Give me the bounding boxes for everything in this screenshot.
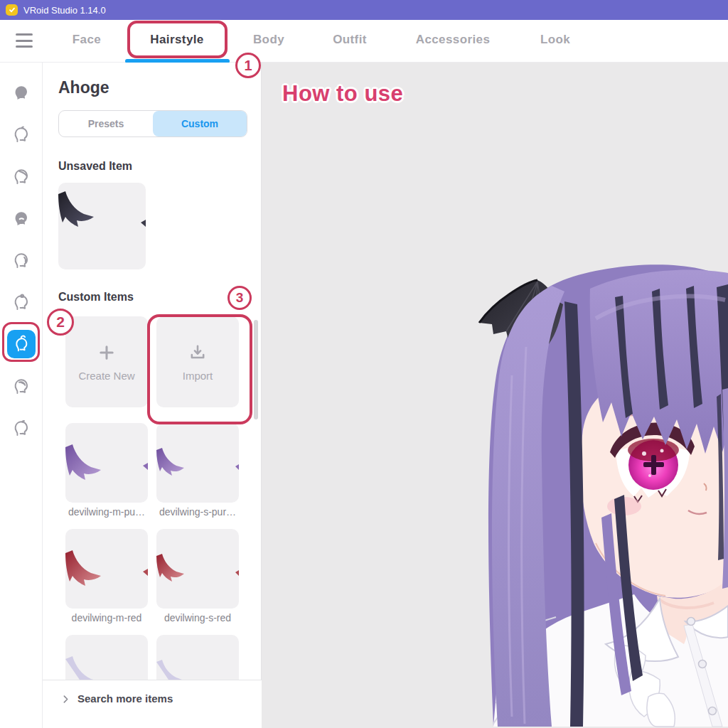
red-devil-wing-image xyxy=(65,529,148,609)
character-viewport[interactable] xyxy=(262,63,728,728)
purple-devil-wing-image xyxy=(65,423,148,503)
unsaved-item-thumbnail[interactable] xyxy=(58,183,146,269)
sidebar-item-hair-2[interactable] xyxy=(11,124,32,145)
custom-items-grid: Create New Import xyxy=(65,316,240,714)
sidebar-item-hair-6[interactable] xyxy=(11,291,32,313)
unsaved-item-heading: Unsaved Item xyxy=(58,160,248,173)
tab-accessories[interactable]: Accessories xyxy=(416,33,491,47)
import-button[interactable]: Import xyxy=(156,316,239,407)
presets-tab[interactable]: Presets xyxy=(59,111,153,136)
search-more-items-label: Search more items xyxy=(77,692,173,705)
item-label: devilwing-s-pur… xyxy=(159,506,236,518)
vroid-studio-window: VRoid Studio 1.14.0 Face Hairstyle Body … xyxy=(0,0,728,728)
ahoge-icon xyxy=(12,335,31,353)
tab-face[interactable]: Face xyxy=(73,33,101,47)
presets-custom-toggle: Presets Custom xyxy=(58,110,247,137)
item-label: devilwing-m-red xyxy=(72,612,142,623)
purple-devil-wing-image xyxy=(156,423,239,503)
custom-tab[interactable]: Custom xyxy=(153,111,247,136)
red-devil-wing-image xyxy=(156,529,239,609)
hair-category-4-icon xyxy=(11,208,31,228)
item-label: devilwing-s-red xyxy=(164,612,231,623)
hair-category-9-icon xyxy=(11,418,31,438)
sidebar-item-hair-5[interactable] xyxy=(11,250,32,271)
item-thumbnail[interactable] xyxy=(156,423,239,503)
hair-category-5-icon xyxy=(11,250,31,270)
create-new-button[interactable]: Create New xyxy=(65,316,148,407)
custom-items-heading: Custom Items xyxy=(58,291,248,304)
title-bar: VRoid Studio 1.14.0 xyxy=(0,0,728,20)
sidebar-item-ahoge[interactable] xyxy=(7,330,36,358)
hair-category-1-icon xyxy=(11,82,31,102)
item-devilwing-m-purple[interactable]: devilwing-m-pu… xyxy=(65,423,148,518)
import-label: Import xyxy=(183,370,213,382)
import-download-icon xyxy=(188,343,208,363)
character-preview xyxy=(262,63,728,728)
item-thumbnail[interactable] xyxy=(65,423,148,503)
sidebar-item-hair-4[interactable] xyxy=(11,208,32,229)
sidebar-item-hair-3[interactable] xyxy=(11,166,32,187)
tab-outfit[interactable]: Outfit xyxy=(333,33,367,47)
chevron-right-icon xyxy=(61,694,70,705)
black-devil-wing-thumbnail-image xyxy=(58,183,146,269)
item-devilwing-m-red[interactable]: devilwing-m-red xyxy=(65,529,148,623)
item-thumbnail[interactable] xyxy=(65,529,148,609)
hair-category-6-icon xyxy=(11,292,31,312)
plus-icon xyxy=(97,343,117,363)
tab-body[interactable]: Body xyxy=(253,33,284,47)
panel-title: Ahoge xyxy=(58,78,248,97)
ahoge-panel: Ahoge Presets Custom Unsaved Item Custom… xyxy=(43,63,262,728)
sidebar-item-hair-9[interactable] xyxy=(11,417,32,439)
hair-category-8-icon xyxy=(11,376,31,396)
hair-category-3-icon xyxy=(11,166,31,186)
item-devilwing-s-purple[interactable]: devilwing-s-pur… xyxy=(156,423,239,518)
search-more-items-row[interactable]: Search more items xyxy=(43,680,262,728)
sidebar-item-hair-8[interactable] xyxy=(11,375,32,397)
sidebar-item-hair-1[interactable] xyxy=(11,82,32,103)
hamburger-icon[interactable] xyxy=(16,33,33,48)
tab-hairstyle[interactable]: Hairstyle xyxy=(150,33,203,47)
hair-category-2-icon xyxy=(11,124,31,144)
item-devilwing-s-red[interactable]: devilwing-s-red xyxy=(156,529,239,623)
window-title: VRoid Studio 1.14.0 xyxy=(23,5,106,16)
item-thumbnail[interactable] xyxy=(156,529,239,609)
item-label: devilwing-m-pu… xyxy=(68,506,145,518)
vroid-logo-check-icon xyxy=(6,4,18,16)
hair-category-sidebar xyxy=(0,63,43,728)
tab-look[interactable]: Look xyxy=(540,33,570,47)
create-new-label: Create New xyxy=(78,370,134,382)
how-to-use-title: How to use xyxy=(282,81,403,107)
panel-scrollbar[interactable] xyxy=(254,320,258,419)
